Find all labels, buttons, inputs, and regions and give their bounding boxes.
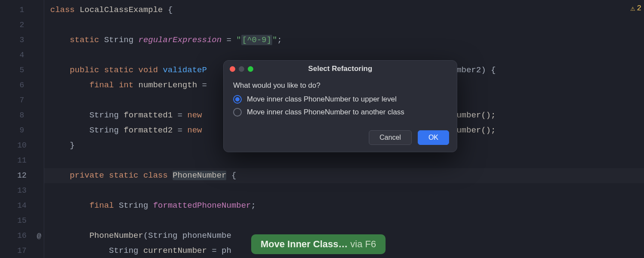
line-number: 5: [0, 63, 44, 78]
cancel-button[interactable]: Cancel: [369, 130, 412, 145]
radio-move-to-upper-level[interactable]: Move inner class PhoneNumber to upper le…: [233, 95, 447, 104]
line-number: 17: [0, 243, 44, 258]
code-line: final String formattedPhoneNumber;: [44, 198, 644, 213]
line-number: 10: [0, 138, 44, 153]
line-number: 15: [0, 213, 44, 228]
select-refactoring-dialog: Select Refactoring What would you like t…: [223, 60, 457, 152]
code-line: static String regularExpression = "[^0-9…: [44, 33, 644, 48]
line-number-gutter: 1 2 3 4 5 6 7 8 9 10 11 12 13 14 15 16@ …: [0, 0, 44, 258]
action-hint-tooltip: Move Inner Class… via F6: [251, 234, 386, 254]
line-number: 13: [0, 183, 44, 198]
code-line: [44, 18, 644, 33]
line-number: 7: [0, 93, 44, 108]
radio-icon: [233, 108, 242, 117]
code-line: [44, 183, 644, 198]
tooltip-shortcut: via F6: [348, 239, 376, 249]
dialog-title: Select Refactoring: [224, 64, 457, 73]
dialog-buttons: Cancel OK: [224, 128, 457, 152]
line-number: 2: [0, 18, 44, 33]
code-line: class LocalClassExample {: [44, 3, 644, 18]
ok-button[interactable]: OK: [418, 130, 449, 145]
zoom-icon[interactable]: [248, 66, 253, 72]
radio-move-to-another-class[interactable]: Move inner class PhoneNumber to another …: [233, 108, 447, 117]
line-number: 4: [0, 48, 44, 63]
radio-label: Move inner class PhoneNumber to another …: [247, 108, 404, 117]
minimize-icon: [239, 66, 244, 72]
line-number-active: 12: [0, 168, 44, 183]
window-controls: [230, 66, 253, 72]
radio-label: Move inner class PhoneNumber to upper le…: [247, 95, 397, 104]
code-line: [44, 213, 644, 228]
line-number: 3: [0, 33, 44, 48]
line-number: 11: [0, 153, 44, 168]
line-number: 16@: [0, 228, 44, 243]
current-line-highlight: [44, 168, 644, 183]
warning-icon: ⚠: [630, 3, 635, 13]
radio-icon: [233, 95, 242, 104]
gutter-override-icon[interactable]: @: [37, 228, 41, 243]
line-number: 6: [0, 78, 44, 93]
dialog-prompt: What would you like to do?: [233, 81, 447, 90]
tooltip-action: Move Inner Class…: [261, 239, 348, 249]
line-number: 1: [0, 3, 44, 18]
close-icon[interactable]: [230, 66, 235, 72]
warning-count: 2: [637, 4, 641, 12]
line-number: 14: [0, 198, 44, 213]
dialog-body: What would you like to do? Move inner cl…: [224, 77, 457, 128]
dialog-titlebar: Select Refactoring: [224, 61, 457, 77]
warning-indicator[interactable]: ⚠2: [630, 3, 641, 13]
line-number: 8: [0, 108, 44, 123]
code-line: [44, 153, 644, 168]
line-number: 9: [0, 123, 44, 138]
